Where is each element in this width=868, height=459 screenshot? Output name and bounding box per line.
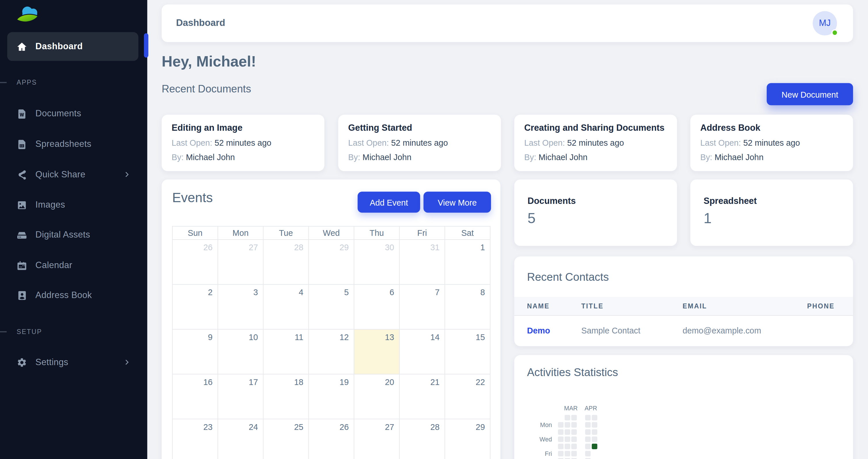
sidebar-item-label: Documents (35, 109, 81, 119)
calendar-day[interactable]: 29 (445, 419, 490, 459)
calendar-day[interactable]: 26 (309, 419, 354, 459)
stat-label: Spreadsheet (704, 196, 840, 206)
calendar-day[interactable]: 24 (218, 419, 264, 459)
sidebar-item-quick-share[interactable]: Quick Share (7, 163, 138, 185)
drive-icon (17, 229, 27, 240)
online-status-dot (832, 29, 838, 36)
sidebar-item-images[interactable]: Images (7, 194, 138, 216)
heatmap-cell (585, 451, 591, 456)
contact-title: Sample Contact (581, 325, 683, 335)
column-header-email: EMAIL (683, 302, 807, 310)
sidebar-item-spreadsheets[interactable]: Spreadsheets (7, 133, 138, 155)
document-card[interactable]: Getting Started Last Open: 52 minutes ag… (338, 115, 501, 171)
calendar-day[interactable]: 18 (264, 374, 309, 419)
calendar-day[interactable]: 30 (354, 239, 400, 285)
calendar-day[interactable]: 16 (173, 374, 218, 419)
calendar-day[interactable]: 27 (218, 239, 264, 285)
calendar-day[interactable]: 14 (400, 329, 445, 374)
calendar-day[interactable]: 27 (354, 419, 400, 459)
section-tick (0, 331, 7, 332)
heatmap-cell (565, 429, 570, 435)
calendar-day[interactable]: 22 (445, 374, 490, 419)
calendar-day[interactable]: 11 (264, 329, 309, 374)
user-avatar[interactable]: MJ (813, 11, 837, 35)
calendar-day[interactable]: 4 (264, 285, 309, 329)
heatmap-cell (565, 444, 570, 449)
heatmap-month-label: MAR (564, 405, 578, 411)
document-last-open: Last Open: 52 minutes ago (348, 138, 491, 147)
calendar-day[interactable]: 12 (309, 329, 354, 374)
heatmap-cell (558, 422, 563, 428)
calendar-day[interactable]: 20 (354, 374, 400, 419)
app-logo[interactable] (16, 5, 43, 24)
heatmap-day-label: Mon (531, 422, 552, 428)
calendar-day[interactable]: 25 (264, 419, 309, 459)
heatmap-cell (585, 444, 591, 449)
calendar-day[interactable]: 29 (309, 239, 354, 285)
heatmap-day-label: Fri (531, 450, 552, 457)
heatmap-cell (592, 415, 597, 421)
document-card[interactable]: Creating and Sharing Documents Last Open… (514, 115, 677, 171)
contacts-table: NAME TITLE EMAIL PHONE Demo Sample Conta… (514, 297, 853, 344)
sidebar-item-dashboard[interactable]: Dashboard (7, 32, 138, 61)
calendar-day[interactable]: 21 (400, 374, 445, 419)
chevron-right-icon (123, 170, 131, 178)
column-header-phone: PHONE (807, 302, 853, 310)
column-header-name: NAME (527, 302, 581, 310)
calendar-day[interactable]: 17 (218, 374, 264, 419)
calendar-day[interactable]: 6 (354, 285, 400, 329)
calendar-day-header: Sun (173, 226, 218, 239)
calendar-day[interactable]: 8 (445, 285, 490, 329)
greeting-text: Hey, Michael! (162, 53, 256, 70)
document-title: Creating and Sharing Documents (524, 123, 667, 133)
sidebar-item-address-book[interactable]: Address Book (7, 284, 138, 306)
calendar-day-header: Mon (218, 226, 264, 239)
document-card[interactable]: Editing an Image Last Open: 52 minutes a… (162, 115, 324, 171)
calendar-day[interactable]: 2 (173, 285, 218, 329)
calendar-day-today[interactable]: 13 (354, 329, 400, 374)
calendar-day[interactable]: 15 (445, 329, 490, 374)
document-author: By: Michael John (524, 152, 667, 162)
sidebar-item-settings[interactable]: Settings (7, 351, 138, 373)
calendar-day[interactable]: 9 (173, 329, 218, 374)
heatmap-cell (571, 429, 577, 435)
document-author: By: Michael John (348, 152, 491, 162)
sidebar-item-digital-assets[interactable]: Digital Assets (7, 224, 138, 246)
calendar-day[interactable]: 5 (309, 285, 354, 329)
word-document-icon (17, 108, 27, 119)
calendar-day[interactable]: 1 (445, 239, 490, 285)
calendar-day[interactable]: 10 (218, 329, 264, 374)
view-more-button[interactable]: View More (423, 192, 491, 213)
avatar-initials: MJ (819, 18, 831, 28)
heatmap-cell (571, 436, 577, 442)
home-icon (17, 41, 27, 52)
calendar-day[interactable]: 3 (218, 285, 264, 329)
heatmap-cell (558, 436, 563, 442)
calendar-day[interactable]: 28 (400, 419, 445, 459)
events-title: Events (172, 190, 213, 206)
calendar-day[interactable]: 26 (173, 239, 218, 285)
sidebar-item-calendar[interactable]: Calendar (7, 254, 138, 277)
document-author: By: Michael John (700, 152, 843, 162)
calendar-icon (17, 260, 27, 271)
sidebar-item-label: Address Book (35, 290, 92, 300)
add-event-button[interactable]: Add Event (358, 192, 420, 213)
calendar-week-row: 23 24 25 26 27 28 29 (173, 419, 490, 459)
calendar-day[interactable]: 28 (264, 239, 309, 285)
calendar-day[interactable]: 7 (400, 285, 445, 329)
new-document-button[interactable]: New Document (767, 83, 853, 106)
calendar-day[interactable]: 23 (173, 419, 218, 459)
activities-heatmap: MAR APR Mon Wed Fri (514, 355, 853, 459)
sidebar-item-documents[interactable]: Documents (7, 103, 138, 125)
contact-name-link[interactable]: Demo (527, 325, 581, 335)
document-last-open: Last Open: 52 minutes ago (700, 138, 843, 147)
heatmap-cell (571, 444, 577, 449)
calendar-day[interactable]: 31 (400, 239, 445, 285)
document-card[interactable]: Address Book Last Open: 52 minutes ago B… (690, 115, 853, 171)
calendar-day[interactable]: 19 (309, 374, 354, 419)
share-icon (17, 169, 27, 180)
heatmap-cell (558, 429, 563, 435)
heatmap-cell (571, 422, 577, 428)
contact-email: demo@example.com (683, 325, 807, 335)
sidebar-item-label: Dashboard (35, 41, 83, 52)
